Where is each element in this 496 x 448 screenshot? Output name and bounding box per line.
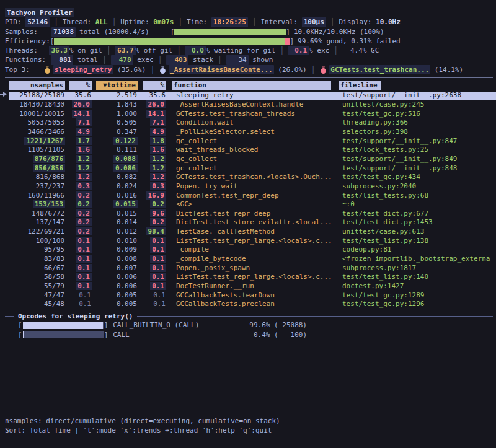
table-row[interactable]: 1105/11051.60.1111.6wait_threads_blocked…: [0, 146, 496, 155]
cell-ns: 122/69721: [9, 227, 65, 237]
cell-value: 1.843: [116, 100, 138, 108]
table-row[interactable]: 137/1470.20.0140.2DictTest.test_store_ev…: [0, 218, 496, 227]
cell-p2: 0.1: [138, 255, 166, 264]
cell-function: Condition.wait: [176, 118, 335, 128]
stat-suffix: % off gil: [136, 46, 173, 55]
column-header-file-line[interactable]: file:line: [339, 81, 381, 90]
header-divider: [5, 77, 493, 78]
cell-value: 9.6: [150, 209, 166, 217]
cell-value: 0.1: [153, 300, 166, 308]
cell-p2: 9.6: [138, 209, 166, 219]
column-header-function[interactable]: function: [172, 81, 331, 90]
table-row[interactable]: 122/697210.20.01298.4TestCase._callTestM…: [0, 227, 496, 237]
table-row[interactable]: 25188/2518935.62.51935.6sleeping_retryte…: [0, 92, 496, 101]
cell-file-line: test/test_gc.py:434: [342, 173, 496, 182]
separator: │: [108, 17, 121, 27]
table-row[interactable]: 18430/1843026.01.84326.0_AssertRaisesBas…: [0, 100, 496, 110]
cell-value: 856/856: [33, 164, 65, 172]
footer-keybindings: Sort: Total Time | 't':mode 'x':trends ↔…: [5, 426, 280, 435]
cell-value: 0.1: [150, 282, 166, 290]
cell-p1: 0.2: [65, 209, 92, 219]
column-header-%[interactable]: %: [143, 81, 166, 90]
cell-p1: 0.3: [65, 182, 92, 191]
info-value: 100µs: [302, 17, 326, 27]
table-row[interactable]: 100/1000.10.0100.1ListTest.test_repr_lar…: [0, 237, 496, 246]
stat-value: 881: [51, 55, 73, 64]
cell-tt: 0.086: [92, 164, 138, 173]
cell-file-line: test/test_list.py:138: [342, 237, 496, 246]
cell-value: 0.008: [116, 255, 138, 263]
cell-file-line: test/test_gc.py:516: [342, 110, 496, 119]
gold-medal-icon: [45, 66, 50, 74]
cell-p2: 1.2: [138, 173, 166, 182]
cell-value: 0.2: [76, 227, 92, 235]
cell-value: 100/100: [35, 237, 65, 245]
cell-p2: 16.9: [138, 191, 166, 201]
cell-value: 153/153: [33, 200, 65, 208]
cell-function: ListTest.test_repr_large.<locals>.c...: [176, 273, 335, 282]
cell-p2: 1.2: [138, 155, 166, 164]
cell-value: 1.8: [150, 137, 166, 145]
cell-p1: 35.6: [65, 91, 92, 100]
stat-suffix: % exc: [309, 46, 329, 55]
cell-value: 98.4: [146, 227, 167, 235]
stat-value: 478: [111, 55, 133, 64]
info-value: 10.0Hz: [376, 17, 401, 27]
table-row[interactable]: 95/950.10.0090.1_compilecodeop.py:81: [0, 245, 496, 255]
cell-value: 0.1: [150, 273, 166, 281]
column-header-nsamples[interactable]: nsamples: [9, 81, 65, 90]
cell-value: 2.519: [116, 91, 138, 99]
cell-p1: 1.6: [65, 146, 92, 155]
table-row[interactable]: 45/480.10.0050.1GCCallbackTests.preclean…: [0, 300, 496, 309]
table-row[interactable]: 10001/1001514.11.00014.1GCTests.test_tra…: [0, 110, 496, 119]
table-row[interactable]: 83/830.10.0080.1_compile_bytecode<frozen…: [0, 255, 496, 264]
table-row[interactable]: 55/790.10.0060.1DocTestRunner.__rundocte…: [0, 282, 496, 291]
table-row[interactable]: 816/8681.20.0821.2GCTests.test_trashcan.…: [0, 173, 496, 182]
table-row[interactable]: 237/2370.30.0240.3Popen._try_waitsubproc…: [0, 182, 496, 191]
table-row[interactable]: 66/670.10.0070.1Popen._posix_spawnsubpro…: [0, 264, 496, 273]
table-row[interactable]: 148/67720.20.0159.6DictTest.test_repr_de…: [0, 209, 496, 219]
cell-value: 5053/5053: [27, 118, 65, 126]
column-header-%[interactable]: %: [69, 81, 92, 90]
cell-tt: 0.006: [92, 273, 138, 282]
stat-value: 4.4: [342, 46, 363, 55]
cell-value: 0.1: [76, 245, 92, 253]
info-label: Thread:: [63, 17, 95, 27]
functions-stats: 881 total│478 exec│403 stack│34 shown: [51, 55, 273, 64]
cell-p1: 0.1: [65, 282, 92, 291]
table-row[interactable]: 876/8761.20.0881.2gc_collecttest/support…: [0, 155, 496, 164]
table-row[interactable]: 160/119660.20.01616.9CommonTest.test_rep…: [0, 191, 496, 201]
table-row[interactable]: 58/580.10.0060.1ListTest.test_repr_large…: [0, 273, 496, 282]
status-panel: Tachyon Profiler PID: 52146│Thread: ALL│…: [5, 8, 496, 74]
column-header-tottime[interactable]: ▼tottime: [96, 81, 138, 90]
table-row[interactable]: 5053/50537.10.5057.1Condition.waitthread…: [0, 118, 496, 128]
table-row[interactable]: 1221/12671.70.1221.8gc_collecttest/suppo…: [0, 137, 496, 146]
cell-file-line: test/support/__init__.py:849: [342, 155, 496, 164]
cell-value: 3466/3466: [27, 128, 65, 136]
samples-label: Samples:: [5, 27, 38, 37]
cell-function: DictTest.test_repr_deep: [176, 209, 335, 219]
cell-ns: 47/47: [9, 291, 65, 301]
cell-function: Popen._try_wait: [176, 182, 335, 191]
cell-ns: 45/48: [9, 300, 65, 309]
opcode-bar-fill: [23, 331, 24, 338]
cell-function: wait_threads_blocked: [176, 146, 335, 155]
function-table: nsamples%▼tottime%functionfile:line 2518…: [0, 81, 496, 309]
cell-p1: 26.0: [65, 100, 92, 110]
samples-line: Samples:71038total (10000.4/s) [] 10.0KH…: [5, 27, 496, 37]
cell-tt: 0.016: [92, 191, 138, 201]
cell-value: 0.1: [76, 273, 92, 281]
opcode-name: CALL_BUILTIN_O (CALL): [113, 320, 199, 330]
table-row[interactable]: 856/8561.20.0861.2gc_collecttest/support…: [0, 164, 496, 173]
cell-value: 0.006: [116, 273, 138, 281]
efficiency-summary: 99.69% good, 0.31% failed: [298, 37, 401, 46]
threads-label: Threads:: [5, 46, 38, 55]
cell-p1: 1.2: [65, 155, 92, 164]
stat-value: 403: [166, 55, 188, 64]
rule-segment: [5, 316, 14, 317]
cell-value: 10001/10015: [19, 110, 65, 118]
table-row[interactable]: 3466/34664.90.3474.9_PollLikeSelector.se…: [0, 128, 496, 137]
cell-function: CommonTest.test_repr_deep: [176, 191, 335, 201]
table-row[interactable]: 47/470.10.0050.1GCCallbackTests.tearDown…: [0, 291, 496, 301]
table-row[interactable]: 153/1530.20.0150.2<GC>~:0: [0, 200, 496, 209]
